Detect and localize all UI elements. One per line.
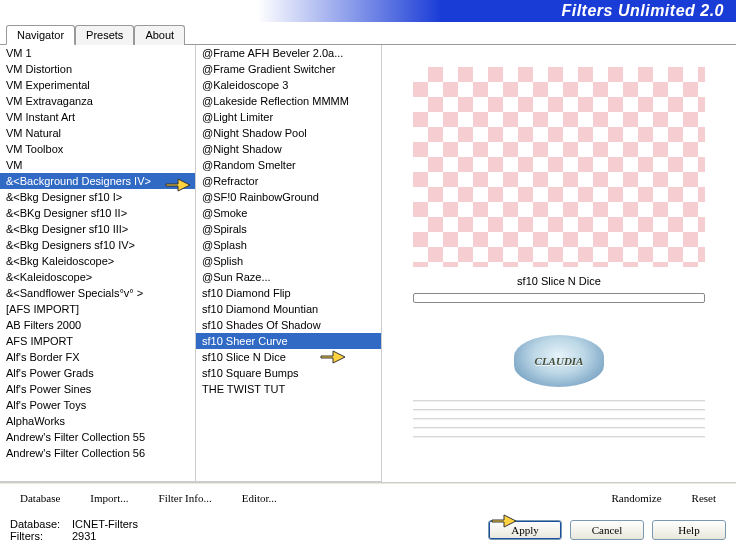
list-item[interactable]: THE TWIST TUT bbox=[196, 381, 381, 397]
tab-bar: Navigator Presets About bbox=[0, 22, 736, 45]
preview-image bbox=[413, 67, 705, 267]
list-item[interactable]: &<BKg Designer sf10 II> bbox=[0, 205, 195, 221]
cancel-button[interactable]: Cancel bbox=[570, 520, 644, 540]
status-info: Database:ICNET-Filters Filters:2931 bbox=[10, 518, 138, 542]
db-value: ICNET-Filters bbox=[72, 518, 138, 530]
category-list[interactable]: VM 1VM DistortionVM ExperimentalVM Extra… bbox=[0, 45, 196, 482]
list-item[interactable]: VM Instant Art bbox=[0, 109, 195, 125]
list-item[interactable]: @Refractor bbox=[196, 173, 381, 189]
list-item[interactable]: AlphaWorks bbox=[0, 413, 195, 429]
list-item[interactable]: &<Sandflower Specials°v° > bbox=[0, 285, 195, 301]
workarea: VM 1VM DistortionVM ExperimentalVM Extra… bbox=[0, 45, 736, 483]
list-item[interactable]: @Splish bbox=[196, 253, 381, 269]
preview-label: sf10 Slice N Dice bbox=[517, 275, 601, 287]
list-item[interactable]: sf10 Diamond Mountian bbox=[196, 301, 381, 317]
list-item[interactable]: Alf's Border FX bbox=[0, 349, 195, 365]
filters-label: Filters: bbox=[10, 530, 72, 542]
list-item[interactable]: @Sun Raze... bbox=[196, 269, 381, 285]
list-item[interactable]: @Night Shadow Pool bbox=[196, 125, 381, 141]
list-item[interactable]: VM Toolbox bbox=[0, 141, 195, 157]
editor-button[interactable]: Editor... bbox=[228, 488, 291, 508]
list-item[interactable]: Alf's Power Grads bbox=[0, 365, 195, 381]
list-item[interactable]: @Light Limiter bbox=[196, 109, 381, 125]
filter-info-button[interactable]: Filter Info... bbox=[145, 488, 226, 508]
author-logo: CLAUDIA bbox=[514, 335, 604, 387]
list-item[interactable]: @Lakeside Reflection MMMM bbox=[196, 93, 381, 109]
list-item[interactable]: &<Background Designers IV> bbox=[0, 173, 195, 189]
list-item[interactable]: VM Experimental bbox=[0, 77, 195, 93]
filter-list[interactable]: @Frame AFH Beveler 2.0a...@Frame Gradien… bbox=[196, 45, 382, 482]
tab-about[interactable]: About bbox=[134, 25, 185, 45]
list-item[interactable]: VM bbox=[0, 157, 195, 173]
list-item[interactable]: VM Distortion bbox=[0, 61, 195, 77]
dialog-buttons: Apply Cancel Help bbox=[488, 520, 726, 540]
list-item[interactable]: sf10 Slice N Dice bbox=[196, 349, 381, 365]
list-item[interactable]: sf10 Square Bumps bbox=[196, 365, 381, 381]
list-item[interactable]: Andrew's Filter Collection 55 bbox=[0, 429, 195, 445]
db-label: Database: bbox=[10, 518, 72, 530]
randomize-button[interactable]: Randomize bbox=[597, 488, 675, 508]
list-item[interactable]: @SF!0 RainbowGround bbox=[196, 189, 381, 205]
list-item[interactable]: Alf's Power Toys bbox=[0, 397, 195, 413]
list-item[interactable]: VM Natural bbox=[0, 125, 195, 141]
reset-button[interactable]: Reset bbox=[678, 488, 730, 508]
list-item[interactable]: AB Filters 2000 bbox=[0, 317, 195, 333]
database-button[interactable]: Database bbox=[6, 488, 74, 508]
progress-bar bbox=[413, 293, 705, 303]
tab-navigator[interactable]: Navigator bbox=[6, 25, 75, 45]
list-item[interactable]: @Random Smelter bbox=[196, 157, 381, 173]
app-title: Filters Unlimited 2.0 bbox=[561, 2, 724, 20]
list-item[interactable]: sf10 Diamond Flip bbox=[196, 285, 381, 301]
param-separators bbox=[413, 393, 705, 445]
list-item[interactable]: [AFS IMPORT] bbox=[0, 301, 195, 317]
list-item[interactable]: sf10 Shades Of Shadow bbox=[196, 317, 381, 333]
list-item[interactable]: @Smoke bbox=[196, 205, 381, 221]
list-item[interactable]: @Spirals bbox=[196, 221, 381, 237]
filters-count: 2931 bbox=[72, 530, 96, 542]
list-item[interactable]: Alf's Power Sines bbox=[0, 381, 195, 397]
list-item[interactable]: &<Bkg Designer sf10 I> bbox=[0, 189, 195, 205]
list-item[interactable]: @Frame Gradient Switcher bbox=[196, 61, 381, 77]
list-item[interactable]: @Night Shadow bbox=[196, 141, 381, 157]
list-item[interactable]: AFS IMPORT bbox=[0, 333, 195, 349]
import-button[interactable]: Import... bbox=[76, 488, 142, 508]
list-item[interactable]: @Kaleidoscope 3 bbox=[196, 77, 381, 93]
lower-toolbar: Database Import... Filter Info... Editor… bbox=[0, 483, 736, 512]
list-item[interactable]: Andrew's Filter Collection 56 bbox=[0, 445, 195, 461]
help-button[interactable]: Help bbox=[652, 520, 726, 540]
list-item[interactable]: @Splash bbox=[196, 237, 381, 253]
apply-button[interactable]: Apply bbox=[488, 520, 562, 540]
list-item[interactable]: &<Bkg Designers sf10 IV> bbox=[0, 237, 195, 253]
list-item[interactable]: VM Extravaganza bbox=[0, 93, 195, 109]
list-item[interactable]: sf10 Sheer Curve bbox=[196, 333, 381, 349]
list-item[interactable]: &<Kaleidoscope> bbox=[0, 269, 195, 285]
list-item[interactable]: VM 1 bbox=[0, 45, 195, 61]
list-item[interactable]: &<Bkg Designer sf10 III> bbox=[0, 221, 195, 237]
tab-presets[interactable]: Presets bbox=[75, 25, 134, 45]
preview-pane: sf10 Slice N Dice CLAUDIA bbox=[382, 45, 736, 482]
list-item[interactable]: @Frame AFH Beveler 2.0a... bbox=[196, 45, 381, 61]
list-item[interactable]: &<Bkg Kaleidoscope> bbox=[0, 253, 195, 269]
titlebar: Filters Unlimited 2.0 bbox=[0, 0, 736, 22]
status-bar: Database:ICNET-Filters Filters:2931 Appl… bbox=[0, 512, 736, 542]
